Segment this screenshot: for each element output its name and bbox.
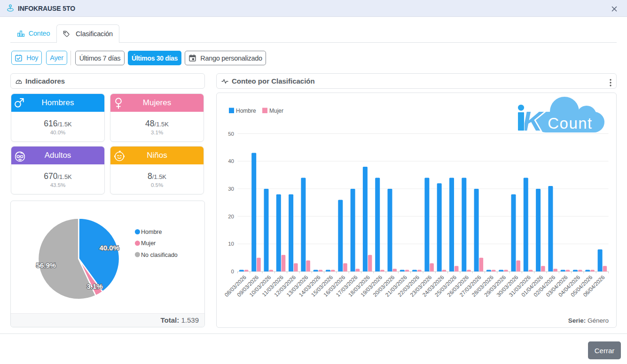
svg-text:Hombre: Hombre bbox=[141, 229, 162, 235]
svg-text:40.0%: 40.0% bbox=[99, 244, 119, 252]
svg-text:No clasificado: No clasificado bbox=[141, 252, 178, 258]
svg-text:20: 20 bbox=[228, 214, 234, 219]
svg-text:3.1%: 3.1% bbox=[86, 282, 102, 290]
svg-text:Hombre: Hombre bbox=[236, 108, 256, 114]
svg-text:56.9%: 56.9% bbox=[36, 261, 56, 269]
svg-text:50: 50 bbox=[228, 131, 234, 137]
svg-text:40: 40 bbox=[228, 158, 234, 164]
svg-text:Mujer: Mujer bbox=[269, 108, 283, 114]
svg-text:Count: Count bbox=[548, 115, 593, 132]
svg-text:30: 30 bbox=[228, 186, 234, 192]
svg-text:Mujer: Mujer bbox=[141, 240, 156, 247]
svg-text:K: K bbox=[523, 106, 544, 136]
svg-text:10: 10 bbox=[228, 241, 234, 247]
svg-text:0: 0 bbox=[231, 269, 234, 274]
svg-text:Serie: Género: Serie: Género bbox=[568, 317, 609, 324]
